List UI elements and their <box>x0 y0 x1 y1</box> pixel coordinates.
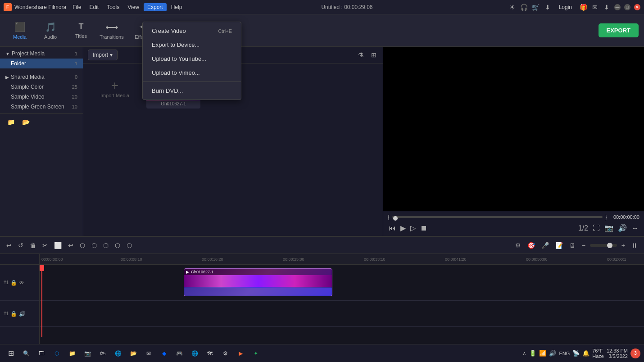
tray-expand-icon[interactable]: ∧ <box>522 350 526 357</box>
import-button[interactable]: Import ▾ <box>88 50 118 60</box>
menu-item-export[interactable]: Export <box>144 3 167 11</box>
text-icon[interactable]: 📝 <box>553 241 565 250</box>
taskbar-settings[interactable]: ⚙ <box>218 346 232 361</box>
grid-icon[interactable]: ⊞ <box>369 50 378 59</box>
video-clip[interactable]: ▶ Gh010627-1 <box>184 268 332 296</box>
export-button[interactable]: EXPORT <box>599 23 639 37</box>
panel-sample-video[interactable]: Sample Video 20 <box>0 92 83 102</box>
tray-icon-3[interactable]: 🔊 <box>549 350 556 357</box>
taskbar-filmora[interactable]: ✦ <box>249 346 263 361</box>
zoom-slider[interactable] <box>590 244 617 247</box>
taskview-button[interactable]: 🗔 <box>34 346 49 361</box>
upload-youtube-item[interactable]: Upload to YouTube... <box>143 52 241 66</box>
play-button[interactable]: ▶ <box>399 223 407 233</box>
download-apps-icon[interactable]: ⬇ <box>544 3 552 11</box>
menu-item-help[interactable]: Help <box>168 3 186 11</box>
language-label[interactable]: ENG <box>559 351 570 356</box>
taskbar-edge[interactable]: ⬡ <box>50 346 64 361</box>
wifi-icon[interactable]: 📡 <box>572 350 580 357</box>
tray-icon-1[interactable]: 🔋 <box>529 350 536 357</box>
taskbar-game[interactable]: 🎮 <box>172 346 186 361</box>
correct-button[interactable]: ⬡ <box>101 241 110 250</box>
import-placeholder[interactable]: + Import Media <box>88 68 142 109</box>
taskbar-mail[interactable]: ✉ <box>141 346 156 361</box>
taskbar-media-player[interactable]: ▶ <box>233 346 248 361</box>
taskbar-edge2[interactable]: 🌐 <box>111 346 125 361</box>
notification-bell[interactable]: 🔔 <box>582 350 590 357</box>
cut-button[interactable]: ✂ <box>41 241 50 250</box>
panel-add-folder-icon[interactable]: 📁 <box>5 118 17 127</box>
mark-in-icon[interactable]: { <box>388 214 390 220</box>
panel-sample-green[interactable]: Sample Green Screen 10 <box>0 102 83 112</box>
filter-icon[interactable]: ⚗ <box>356 50 366 59</box>
panel-shared-media[interactable]: ▶ Shared Media 0 <box>0 72 83 82</box>
play-alt-button[interactable]: ▷ <box>409 223 417 233</box>
record-icon[interactable]: 🎤 <box>540 241 551 250</box>
pause-icon[interactable]: ⏸ <box>630 241 639 250</box>
taskbar-map[interactable]: 🗺 <box>203 346 217 361</box>
start-button[interactable]: ⊞ <box>4 346 18 361</box>
zoom-out-icon[interactable]: − <box>580 241 587 250</box>
taskbar-store[interactable]: 🛍 <box>95 346 110 361</box>
zoom-in-icon[interactable]: + <box>620 241 627 250</box>
menu-item-file[interactable]: File <box>69 3 85 11</box>
menu-item-tools[interactable]: Tools <box>103 3 123 11</box>
search-taskbar[interactable]: 🔍 <box>19 346 33 361</box>
snapshot-icon[interactable]: 📷 <box>603 223 614 233</box>
download-icon[interactable]: ⬇ <box>603 3 611 11</box>
settings-icon[interactable]: ⚙ <box>513 241 523 250</box>
tool-transitions[interactable]: ⟷ Transitions <box>97 16 126 45</box>
export-to-device-item[interactable]: Export to Device... <box>143 38 241 52</box>
menu-item-edit[interactable]: Edit <box>86 3 103 11</box>
mail-icon[interactable]: ✉ <box>591 3 599 11</box>
upload-vimeo-item[interactable]: Upload to Vimeo... <box>143 66 241 80</box>
taskbar-browser[interactable]: 🌐 <box>187 346 202 361</box>
burn-dvd-item[interactable]: Burn DVD... <box>143 84 241 98</box>
delete-button[interactable]: 🗑 <box>28 241 38 250</box>
create-video-item[interactable]: Create Video Ctrl+E <box>143 24 241 38</box>
notification-badge[interactable]: 3 <box>630 348 640 358</box>
clock[interactable]: 12:38 PM 3/5/2022 <box>607 348 628 359</box>
cart-icon[interactable]: 🛒 <box>532 3 540 11</box>
panel-project-media[interactable]: ▼ Project Media 1 <box>0 49 83 59</box>
track-target-icon[interactable]: 🎯 <box>526 241 537 250</box>
close-button[interactable]: ✕ <box>634 4 640 10</box>
taskbar-dropbox[interactable]: ◆ <box>157 346 171 361</box>
stop-button[interactable]: ⏹ <box>419 223 428 233</box>
maximize-button[interactable]: □ <box>624 4 630 10</box>
monitor-icon[interactable]: 🖥 <box>567 241 577 250</box>
redo-button[interactable]: ↺ <box>16 241 25 250</box>
taskbar-files[interactable]: 📁 <box>65 346 79 361</box>
speed-button[interactable]: ↩ <box>66 241 75 250</box>
menu-item-view[interactable]: View <box>124 3 143 11</box>
undo-button[interactable]: ↩ <box>5 241 14 250</box>
taskbar-camera[interactable]: 📷 <box>80 346 95 361</box>
panel-sample-color[interactable]: Sample Color 25 <box>0 82 83 92</box>
tool-audio[interactable]: 🎵 Audio <box>36 16 65 45</box>
prev-frame-button[interactable]: ⏮ <box>388 223 397 233</box>
gift-icon[interactable]: 🎁 <box>579 3 587 11</box>
pan-button[interactable]: ⬡ <box>90 241 99 250</box>
panel-new-folder-icon[interactable]: 📂 <box>20 118 32 127</box>
audio-volume-icon[interactable]: 🔊 <box>19 311 26 317</box>
light-icon[interactable]: ☀ <box>508 3 517 11</box>
preview-slider[interactable] <box>392 216 603 218</box>
login-button[interactable]: Login <box>555 4 576 11</box>
weather-widget[interactable]: 76°F Haze <box>592 348 604 359</box>
lock-icon[interactable]: 🔒 <box>10 280 17 286</box>
crop-button[interactable]: ⬜ <box>52 241 63 250</box>
headset-icon[interactable]: 🎧 <box>520 3 528 11</box>
tool-media[interactable]: ⬛ Media <box>5 16 34 45</box>
stabilize-button[interactable]: ⬡ <box>113 241 122 250</box>
preview-slider-thumb[interactable] <box>393 216 398 221</box>
full-screen-icon[interactable]: ⛶ <box>592 223 601 233</box>
mark-out-icon[interactable]: } <box>605 214 607 220</box>
audio-lock-icon[interactable]: 🔒 <box>10 311 17 317</box>
taskbar-files2[interactable]: 📂 <box>126 346 141 361</box>
tray-icon-2[interactable]: 📶 <box>539 350 546 357</box>
audio-detach-button[interactable]: ⬡ <box>125 241 134 250</box>
freeze-button[interactable]: ⬡ <box>78 241 87 250</box>
audio-track-icon[interactable]: ↔ <box>630 223 639 233</box>
panel-folder[interactable]: Folder 1 <box>0 59 83 68</box>
volume-icon[interactable]: 🔊 <box>617 223 628 233</box>
